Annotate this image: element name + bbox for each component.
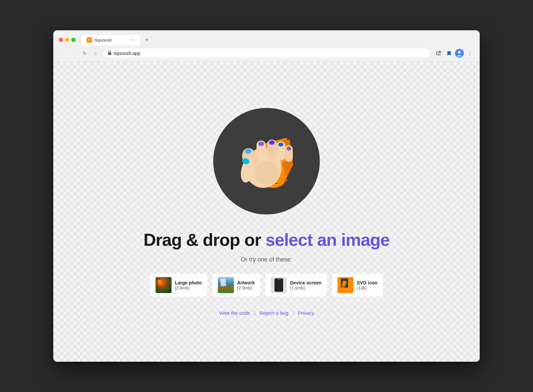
svg-point-17 [279, 143, 283, 146]
svg-icon-info: SVG icon (13k) [357, 280, 377, 290]
artwork-size: (2.9mb) [237, 285, 255, 290]
toolbar-right: ⋮ [434, 49, 474, 58]
close-traffic-light[interactable] [59, 38, 63, 42]
device-thumb-inner [274, 278, 283, 292]
home-button[interactable]: ⌂ [91, 49, 100, 58]
heading-prefix: Drag & drop or [144, 230, 266, 249]
tab-bar: Squoosh × + [81, 34, 474, 45]
external-link-button[interactable] [434, 49, 443, 58]
minimize-traffic-light[interactable] [65, 38, 69, 42]
svg-point-8 [246, 149, 251, 153]
url-bar[interactable]: squoosh.app [103, 48, 431, 58]
page-content[interactable]: Drag & drop or select an image Or try on… [53, 62, 480, 362]
svg-icon-name: SVG icon [357, 280, 377, 285]
footer-links: View the code | Report a bug | Privacy [219, 310, 314, 316]
browser-chrome: Squoosh × + ← → ↻ ⌂ sq [53, 30, 480, 62]
device-thumb [271, 277, 287, 293]
device-screen-name: Device screen [290, 280, 321, 285]
address-bar: ← → ↻ ⌂ squoosh.app [53, 45, 480, 62]
svg-point-14 [269, 141, 274, 144]
footer-separator-2: | [292, 310, 294, 316]
tab-title: Squoosh [95, 38, 127, 43]
bookmark-button[interactable] [444, 49, 454, 58]
avatar [455, 49, 464, 58]
forward-button[interactable]: → [69, 49, 79, 58]
svg-point-3 [458, 51, 461, 54]
tab-close-button[interactable]: × [130, 37, 135, 43]
svg-rect-1 [108, 52, 111, 55]
main-heading: Drag & drop or select an image [144, 230, 390, 249]
privacy-link[interactable]: Privacy [298, 310, 314, 316]
svg-icon-size: (13k) [357, 285, 377, 290]
reload-button[interactable]: ↻ [80, 49, 89, 58]
nav-buttons: ← → ↻ ⌂ [59, 49, 100, 58]
large-photo-thumb [156, 277, 172, 293]
device-screen-info: Device screen (1.6mb) [290, 280, 321, 290]
footer-separator-1: | [254, 310, 256, 316]
tab-favicon [87, 37, 92, 43]
artwork-info: Artwork (2.9mb) [237, 280, 255, 290]
back-button[interactable]: ← [59, 49, 68, 58]
sample-large-photo[interactable]: Large photo (2.8mb) [150, 274, 207, 296]
browser-tab[interactable]: Squoosh × [81, 34, 141, 45]
maximize-traffic-light[interactable] [71, 38, 76, 42]
view-code-link[interactable]: View the code [219, 310, 250, 316]
large-photo-info: Large photo (2.8mb) [175, 280, 202, 290]
large-photo-name: Large photo [175, 280, 202, 285]
url-text: squoosh.app [114, 51, 140, 56]
logo-circle [213, 108, 320, 214]
sample-images-row: Large photo (2.8mb) Artwork (2.9mb) [150, 274, 383, 296]
device-screen-size: (1.6mb) [290, 285, 321, 290]
report-bug-link[interactable]: Report a bug [260, 310, 288, 316]
title-bar: Squoosh × + [53, 30, 480, 45]
sample-device-screen[interactable]: Device screen (1.6mb) [266, 274, 327, 296]
svg-point-21 [253, 161, 280, 185]
squoosh-logo-svg [223, 118, 310, 204]
large-photo-size: (2.8mb) [175, 285, 202, 290]
browser-window: Squoosh × + ← → ↻ ⌂ sq [53, 30, 480, 362]
content-inner: Drag & drop or select an image Or try on… [53, 95, 480, 329]
artwork-name: Artwork [237, 280, 255, 285]
menu-button[interactable]: ⋮ [465, 49, 474, 58]
sample-artwork[interactable]: Artwork (2.9mb) [213, 274, 260, 296]
lock-icon [108, 50, 112, 56]
new-tab-button[interactable]: + [142, 35, 152, 45]
svg-icon-thumb [337, 277, 353, 293]
heading-highlight: select an image [266, 230, 389, 249]
sub-heading: Or try one of these: [241, 256, 292, 263]
artwork-thumb [218, 277, 234, 293]
svg-point-20 [287, 147, 291, 150]
svg-point-11 [259, 142, 264, 146]
sample-svg-icon[interactable]: SVG icon (13k) [332, 274, 383, 296]
traffic-lights [59, 38, 76, 42]
